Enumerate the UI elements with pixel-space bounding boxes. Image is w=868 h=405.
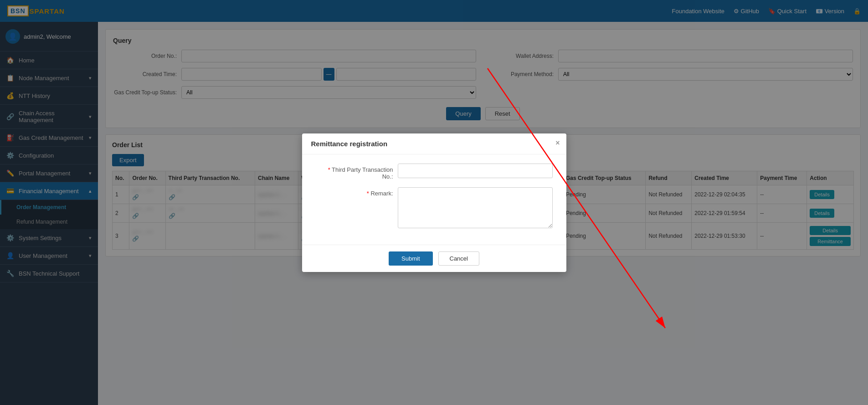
cancel-button[interactable]: Cancel xyxy=(438,251,479,266)
modal-header: Remittance registration × xyxy=(302,133,566,154)
modal-close-button[interactable]: × xyxy=(555,139,560,147)
modal-overlay: Remittance registration × * Third Party … xyxy=(0,0,868,405)
modal-title: Remittance registration xyxy=(311,140,388,148)
remark-label: * Remark: xyxy=(316,187,398,197)
third-party-label: * Third Party Transaction No.: xyxy=(316,164,398,180)
modal-body: * Third Party Transaction No.: * Remark: xyxy=(302,154,566,245)
third-party-field-row: * Third Party Transaction No.: xyxy=(316,164,553,180)
submit-button[interactable]: Submit xyxy=(389,251,432,266)
remittance-modal: Remittance registration × * Third Party … xyxy=(302,133,566,272)
modal-footer: Submit Cancel xyxy=(302,245,566,272)
remark-field-row: * Remark: xyxy=(316,187,553,228)
required-asterisk: * xyxy=(367,190,369,197)
third-party-input[interactable] xyxy=(398,164,553,178)
remark-textarea[interactable] xyxy=(398,187,553,228)
required-asterisk: * xyxy=(328,166,330,173)
